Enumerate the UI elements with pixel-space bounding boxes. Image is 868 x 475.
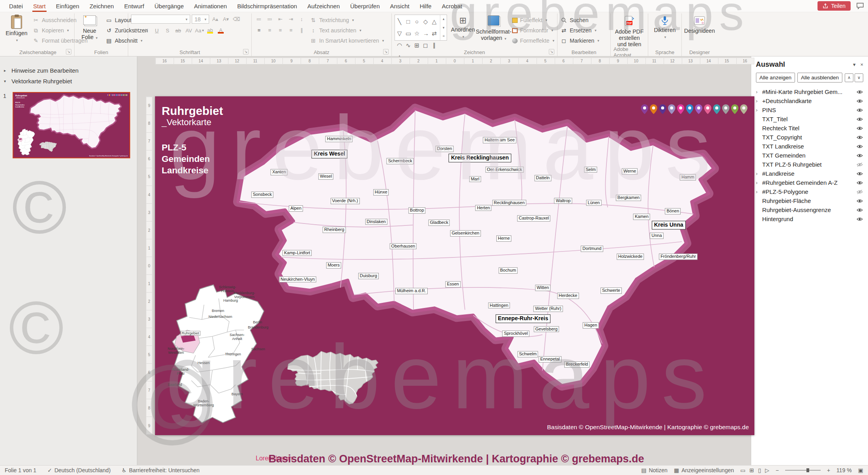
selection-pane-item[interactable]: TXT Gemeinden <box>751 151 868 160</box>
columns-icon[interactable]: ∥ <box>297 26 306 34</box>
increase-indent-icon[interactable]: ⇥ <box>286 15 296 23</box>
ribbon-tab-zeichnen[interactable]: Zeichnen <box>84 0 119 12</box>
align-left-icon[interactable]: ≡ <box>254 26 264 34</box>
dialog-launcher-icon[interactable]: ↘ <box>383 49 389 54</box>
ribbon-tab-animationen[interactable]: Animationen <box>189 0 232 12</box>
expand-chevron-icon[interactable]: › <box>756 189 761 195</box>
hide-all-button[interactable]: Alle ausblenden <box>797 73 842 83</box>
visibility-eye-icon[interactable] <box>856 126 864 131</box>
shape-option[interactable]: □ <box>406 16 411 27</box>
language-status[interactable]: ✓Deutsch (Deutschland) <box>47 467 110 473</box>
create-pdf-button[interactable]: PDF Adobe PDFerstellen und teilen <box>614 15 645 48</box>
highlight-color-button[interactable]: ab <box>206 26 215 35</box>
shape-option[interactable]: ○ <box>414 16 419 27</box>
ribbon-tab-entwurf[interactable]: Entwurf <box>119 0 150 12</box>
selection-pane-item[interactable]: Rechteck Titel <box>751 124 868 133</box>
selection-pane-item[interactable]: TXT_Titel <box>751 115 868 124</box>
hidden-eye-icon[interactable] <box>856 162 864 167</box>
selection-pane-item[interactable]: TXT Landkreise <box>751 142 868 151</box>
section-vektorkarte[interactable]: ▾Vektorkarte Ruhrgebiet <box>0 76 137 86</box>
send-backward-button[interactable]: ∨ <box>855 73 863 82</box>
ribbon-tab-aufzeichnen[interactable]: Aufzeichnen <box>302 0 345 12</box>
slide-1-thumbnail[interactable] <box>13 92 130 158</box>
selection-pane-item[interactable]: ›#Ruhrgebiet Gemeinden A-Z <box>751 178 868 187</box>
selection-pane-item[interactable]: ›+Deutschlandkarte <box>751 96 868 105</box>
visibility-eye-icon[interactable] <box>856 153 864 158</box>
vertical-ruler[interactable]: 9876543210123456789 <box>146 96 152 435</box>
normal-view-icon[interactable]: ▭ <box>740 467 745 473</box>
visibility-eye-icon[interactable] <box>856 135 864 140</box>
ribbon-tab-einfügen[interactable]: Einfügen <box>51 0 84 12</box>
dialog-launcher-icon[interactable]: ↘ <box>66 49 71 54</box>
zoom-level[interactable]: 119 % <box>836 467 852 473</box>
font-color-button[interactable]: A <box>216 26 225 35</box>
horizontal-ruler[interactable]: 1615141312111098765432101234567891011121… <box>155 58 754 64</box>
change-case-button[interactable]: Aa▾ <box>195 26 204 35</box>
bullets-icon[interactable]: ≔ <box>254 15 264 23</box>
clear-formatting-button[interactable]: ⌫ <box>232 15 241 24</box>
paste-button[interactable]: Einfügen▾ <box>4 15 29 43</box>
zoom-slider[interactable] <box>785 470 821 471</box>
slide-canvas[interactable]: HamminkelnDorstenHaltern am SeeSchermbec… <box>155 96 754 435</box>
text-shadow-button[interactable]: S <box>163 26 172 35</box>
shape-effects-button[interactable]: Formeffekte▾ <box>512 36 554 45</box>
visibility-eye-icon[interactable] <box>856 180 864 185</box>
shape-option[interactable]: ▽ <box>397 28 402 39</box>
zoom-slider-handle[interactable] <box>806 468 809 472</box>
visibility-eye-icon[interactable] <box>856 208 864 212</box>
font-size-combo[interactable]: 18▾ <box>192 15 209 24</box>
visibility-eye-icon[interactable] <box>856 108 864 113</box>
shape-option[interactable]: △ <box>432 16 437 27</box>
line-spacing-icon[interactable]: ↕ <box>297 15 306 23</box>
new-slide-button[interactable]: Neue Folie ▾ <box>77 15 102 41</box>
visibility-eye-icon[interactable] <box>856 144 864 149</box>
align-center-icon[interactable]: ≡ <box>265 26 274 34</box>
shape-option[interactable]: ☆ <box>414 28 419 39</box>
expand-chevron-icon[interactable]: › <box>756 180 761 186</box>
pane-dropdown-icon[interactable]: ▾ <box>853 62 856 68</box>
character-spacing-button[interactable]: AV <box>184 26 193 35</box>
show-all-button[interactable]: Alle anzeigen <box>756 73 795 83</box>
shape-option[interactable]: ▭ <box>406 28 411 39</box>
align-right-icon[interactable]: ≡ <box>276 26 285 34</box>
ribbon-tab-übergänge[interactable]: Übergänge <box>150 0 189 12</box>
selection-pane-item[interactable]: TXT_Copyright <box>751 133 868 142</box>
share-button[interactable]: Teilen <box>817 1 851 11</box>
hidden-eye-icon[interactable] <box>856 190 864 194</box>
align-text-button[interactable]: ↕Text ausrichten▾ <box>310 26 384 35</box>
slide-sorter-view-icon[interactable]: ⊞ <box>749 467 754 473</box>
selection-pane-item[interactable]: TXT PLZ-5 Ruhrgebiet <box>751 160 868 169</box>
ribbon-tab-bildschirmpräsentation[interactable]: Bildschirmpräsentation <box>232 0 302 12</box>
slideshow-view-icon[interactable]: ▷ <box>765 467 769 473</box>
accessibility-status[interactable]: ♿Barrierefreiheit: Untersuchen <box>122 467 200 473</box>
dialog-launcher-icon[interactable]: ↘ <box>549 49 554 54</box>
find-button[interactable]: Suchen <box>560 16 599 24</box>
selection-pane-item[interactable]: Ruhrgebiet-Fläche <box>751 196 868 205</box>
section-hinweise[interactable]: ▸Hinweise zum Bearbeiten <box>0 65 137 76</box>
dictate-button[interactable]: Diktieren ▾ <box>651 15 679 40</box>
display-settings-button[interactable]: ▦Anzeigeeinstellungen <box>674 467 734 473</box>
selection-pane-item[interactable]: ›#Mini-Karte Ruhrgebiet Gem... <box>751 87 868 96</box>
visibility-eye-icon[interactable] <box>856 90 864 94</box>
selection-pane-item[interactable]: ›#Landkreise <box>751 169 868 178</box>
shape-option[interactable]: → <box>423 28 428 39</box>
notes-toggle[interactable]: ▤Notizen <box>641 467 668 473</box>
comments-icon[interactable] <box>856 2 864 9</box>
arrange-button[interactable]: ⊞ Anordnen ▾ <box>451 15 475 40</box>
shrink-font-button[interactable]: A▾ <box>221 15 230 24</box>
justify-icon[interactable]: ≡ <box>286 26 296 34</box>
ribbon-tab-hilfe[interactable]: Hilfe <box>415 0 437 12</box>
shape-option[interactable]: ⇄ <box>432 28 437 39</box>
replace-button[interactable]: ⇄Ersetzen▾ <box>560 26 599 35</box>
ribbon-tab-acrobat[interactable]: Acrobat <box>437 0 468 12</box>
ribbon-tab-datei[interactable]: Datei <box>4 0 28 12</box>
grow-font-button[interactable]: A▴ <box>211 15 220 24</box>
font-name-combo[interactable]: ▾ <box>131 15 190 24</box>
convert-smartart-button[interactable]: ⊞In SmartArt konvertieren▾ <box>310 36 384 45</box>
zoom-in-button[interactable]: + <box>827 467 830 473</box>
visibility-eye-icon[interactable] <box>856 217 864 222</box>
bold-button[interactable]: F <box>131 26 140 35</box>
ribbon-tab-ansicht[interactable]: Ansicht <box>385 0 415 12</box>
expand-chevron-icon[interactable]: › <box>756 171 761 176</box>
expand-chevron-icon[interactable]: › <box>756 98 761 104</box>
